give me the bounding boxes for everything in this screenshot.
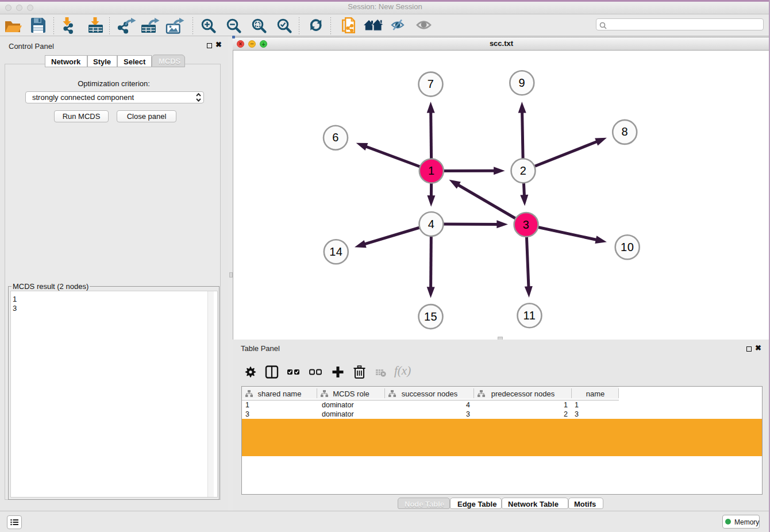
svg-text:6: 6 — [332, 131, 339, 144]
svg-text:1: 1 — [428, 164, 435, 177]
svg-text:9: 9 — [518, 76, 525, 89]
svg-text:11: 11 — [523, 309, 536, 322]
svg-text:2: 2 — [520, 164, 527, 177]
svg-text:10: 10 — [621, 241, 634, 253]
svg-text:3: 3 — [523, 218, 530, 231]
svg-text:4: 4 — [428, 218, 435, 230]
svg-text:8: 8 — [621, 125, 628, 138]
svg-text:15: 15 — [424, 310, 437, 323]
svg-text:14: 14 — [329, 245, 342, 258]
svg-text:7: 7 — [428, 78, 434, 90]
